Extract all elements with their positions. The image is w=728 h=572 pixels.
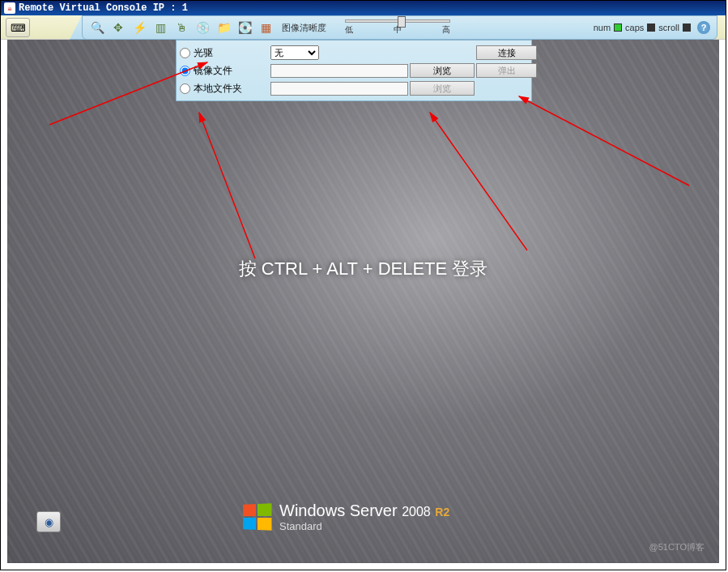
image-label: 镜像文件 — [194, 64, 232, 78]
radio-image[interactable]: 镜像文件 — [180, 64, 269, 78]
mouse-icon[interactable]: 🖱 — [173, 19, 189, 36]
scrolllock-led — [683, 23, 691, 32]
virtual-media-panel: 光驱 无 连接 镜像文件 浏览 弹出 本地文件夹 — [176, 40, 532, 101]
local-path-input[interactable] — [270, 82, 408, 96]
local-label: 本地文件夹 — [194, 82, 242, 96]
windows-flag-icon — [243, 503, 271, 531]
move-icon[interactable]: ✥ — [110, 19, 126, 36]
capslock-led — [647, 23, 655, 32]
ease-icon: ◉ — [45, 516, 53, 528]
num-label: num — [594, 23, 611, 32]
win-r2: R2 — [435, 506, 449, 519]
cd-icon[interactable]: 💽 — [236, 19, 253, 36]
optical-label: 光驱 — [194, 46, 213, 60]
keyboard-icon: ⌨ — [11, 22, 26, 34]
grid-icon[interactable]: ▦ — [258, 19, 274, 36]
magnify-icon[interactable]: 🔍 — [89, 19, 105, 36]
image-path-input[interactable] — [270, 64, 408, 78]
win-edition: Standard — [279, 520, 449, 532]
watermark: @51CTO博客 — [649, 541, 705, 553]
numlock-led — [614, 23, 622, 32]
slider-thumb[interactable] — [398, 16, 406, 28]
keyboard-layout-button[interactable]: ⌨ — [6, 18, 30, 37]
keyboard-leds: num caps scroll ? — [594, 21, 710, 34]
mount-row-local: 本地文件夹 浏览 — [177, 79, 531, 97]
help-button[interactable]: ? — [697, 21, 710, 34]
caps-label: caps — [625, 23, 644, 32]
win-year: 2008 — [402, 505, 431, 519]
eject-button: 弹出 — [476, 63, 537, 78]
slider-high: 高 — [442, 24, 450, 36]
remote-desktop-view[interactable]: 按 CTRL + ALT + DELETE 登录 Windows Server … — [7, 22, 719, 563]
slider-low: 低 — [345, 24, 353, 36]
main-toolbar: 🔍 ✥ ⚡ ▥ 🖱 💿 📁 💽 ▦ 图像清晰度 低 中 高 num — [82, 15, 717, 40]
login-prompt: 按 CTRL + ALT + DELETE 登录 — [7, 257, 719, 281]
optical-dropdown[interactable]: 无 — [270, 45, 319, 60]
titlebar[interactable]: ☕ Remote Virtual Console IP : 1 — [1, 1, 726, 15]
radio-image-input[interactable] — [180, 66, 190, 76]
titlebar-text: Remote Virtual Console IP : 1 — [19, 2, 188, 14]
mount-row-image: 镜像文件 浏览 弹出 — [177, 62, 531, 79]
win-title: Windows Server — [279, 502, 398, 519]
radio-optical-input[interactable] — [180, 48, 190, 58]
mount-row-optical: 光驱 无 连接 — [177, 44, 531, 62]
clarity-slider[interactable]: 低 中 高 — [341, 19, 454, 36]
browse-image-button[interactable]: 浏览 — [410, 63, 475, 78]
content-area: ⌨ 🔍 ✥ ⚡ ▥ 🖱 💿 📁 💽 ▦ 图像清晰度 低 中 高 — [1, 15, 726, 570]
disc-icon[interactable]: 💿 — [194, 19, 211, 36]
clarity-label: 图像清晰度 — [282, 22, 326, 34]
windows-logo-text: Windows Server 2008 R2 Standard — [279, 502, 449, 532]
radio-local[interactable]: 本地文件夹 — [180, 82, 269, 96]
connect-button[interactable]: 连接 — [476, 45, 537, 60]
console-window: ☕ Remote Virtual Console IP : 1 ⌨ 🔍 ✥ ⚡ … — [0, 0, 726, 570]
browse-local-button: 浏览 — [410, 81, 475, 96]
windows-logo-area: Windows Server 2008 R2 Standard — [242, 502, 449, 532]
radio-optical[interactable]: 光驱 — [180, 46, 269, 60]
dual-screen-icon[interactable]: ▥ — [152, 19, 168, 36]
slider-track[interactable] — [345, 19, 450, 23]
folder-icon[interactable]: 📁 — [215, 19, 232, 36]
scroll-label: scroll — [658, 23, 679, 32]
radio-local-input[interactable] — [180, 83, 190, 94]
java-icon: ☕ — [4, 2, 15, 14]
ease-of-access-button[interactable]: ◉ — [36, 511, 61, 532]
lightning-icon[interactable]: ⚡ — [131, 19, 147, 36]
